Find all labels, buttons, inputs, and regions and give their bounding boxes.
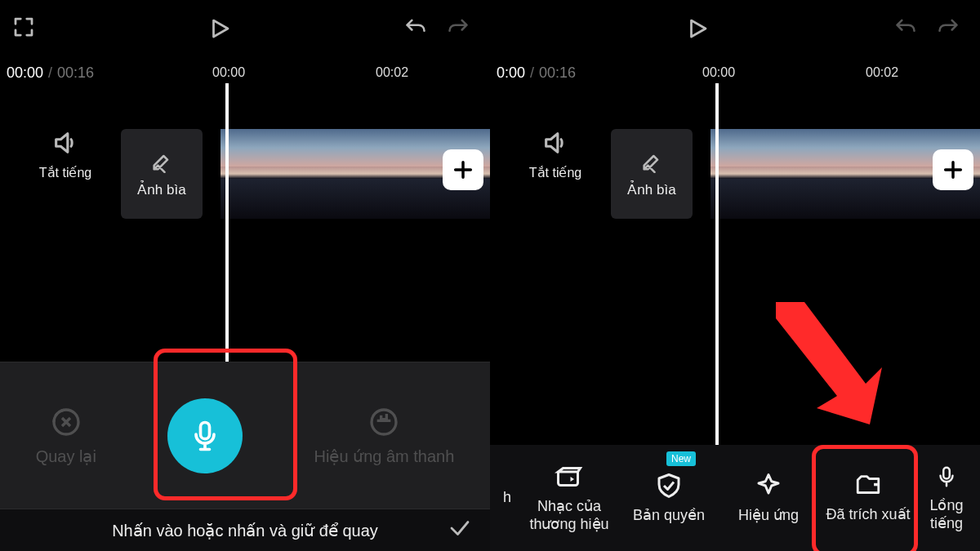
undo-redo-group (893, 16, 960, 42)
copyright-button[interactable]: New Bản quyền (619, 445, 719, 551)
video-frame (778, 129, 846, 219)
mute-button[interactable]: Tắt tiếng (24, 129, 106, 180)
fullscreen-button[interactable] (11, 15, 36, 42)
duration: 00:16 (57, 64, 94, 82)
brand-music-button[interactable]: Nhạc của thương hiệu (519, 445, 619, 551)
timeline[interactable]: Tắt tiếng Ảnh bìa (490, 113, 980, 243)
svg-rect-3 (943, 468, 950, 479)
effects-label: Hiệu ứng (738, 507, 799, 525)
play-button[interactable] (207, 15, 232, 42)
cover-label: Ảnh bìa (137, 181, 185, 198)
record-controls: Quay lại Hiệu ứng âm thanh (0, 362, 490, 509)
top-bar (0, 0, 490, 57)
record-hint-bar: Nhấn vào hoặc nhấn và giữ để quay (0, 509, 490, 551)
svg-rect-1 (201, 422, 210, 438)
undo-record-label: Quay lại (36, 447, 96, 466)
redo-button[interactable] (446, 16, 470, 42)
add-clip-button[interactable] (443, 149, 483, 190)
play-button[interactable] (685, 15, 710, 42)
video-frame (845, 129, 913, 219)
brand-music-label: Nhạc của thương hiệu (529, 498, 608, 533)
video-frame (220, 129, 288, 219)
redo-button[interactable] (936, 16, 960, 42)
extracted-label: Đã trích xuất (826, 506, 910, 524)
time-row: 00:00 / 00:16 00:00 00:02 (0, 57, 490, 88)
screen-audio-tools: 0:00 / 00:16 00:00 00:02 Tắt tiếng Ảnh b… (490, 0, 980, 551)
undo-record-button[interactable]: Quay lại (36, 406, 96, 466)
tool-item-partial[interactable]: h (495, 445, 519, 551)
timeline-tick: 00:00 (702, 65, 735, 80)
timeline-tick: 00:00 (212, 65, 245, 80)
video-frame (710, 129, 778, 219)
current-time: 00:00 (7, 64, 43, 82)
confirm-button[interactable] (448, 516, 472, 544)
effects-button[interactable]: Hiệu ứng (719, 445, 818, 551)
record-button[interactable] (167, 398, 243, 473)
current-time: 0:00 (497, 64, 525, 82)
undo-button[interactable] (403, 16, 428, 42)
duration: 00:16 (539, 64, 576, 82)
mute-button[interactable]: Tắt tiếng (514, 129, 596, 180)
video-frame (288, 129, 356, 219)
voiceover-button[interactable]: Lồng tiếng (918, 445, 975, 551)
undo-button[interactable] (893, 16, 918, 42)
time-row: 0:00 / 00:16 00:00 00:02 (490, 57, 980, 88)
sound-fx-label: Hiệu ứng âm thanh (314, 447, 455, 466)
mute-label: Tắt tiếng (39, 165, 91, 180)
new-badge: New (666, 451, 696, 466)
screen-record-audio: 00:00 / 00:16 00:00 00:02 Tắt tiếng Ảnh … (0, 0, 490, 551)
record-hint: Nhấn vào hoặc nhấn và giữ để quay (112, 521, 378, 540)
cover-label: Ảnh bìa (627, 181, 675, 198)
top-bar (490, 0, 980, 57)
mute-label: Tắt tiếng (529, 165, 581, 180)
timeline-tick: 00:02 (866, 65, 898, 80)
cover-button[interactable]: Ảnh bìa (611, 129, 693, 219)
timeline-tick: 00:02 (376, 65, 408, 80)
video-frame (355, 129, 423, 219)
extracted-button[interactable]: Đã trích xuất (818, 445, 918, 551)
audio-tool-row: h Nhạc của thương hiệu New Bản quyền Hiệ… (490, 445, 980, 551)
annotation-arrow (760, 294, 890, 424)
copyright-label: Bản quyền (633, 507, 705, 525)
timeline[interactable]: Tắt tiếng Ảnh bìa (0, 113, 490, 243)
add-clip-button[interactable] (933, 149, 973, 190)
undo-redo-group (403, 16, 470, 42)
voiceover-label: Lồng tiếng (918, 497, 975, 532)
playhead[interactable] (715, 83, 719, 488)
cover-button[interactable]: Ảnh bìa (121, 129, 203, 219)
sound-effect-button[interactable]: Hiệu ứng âm thanh (314, 406, 455, 466)
